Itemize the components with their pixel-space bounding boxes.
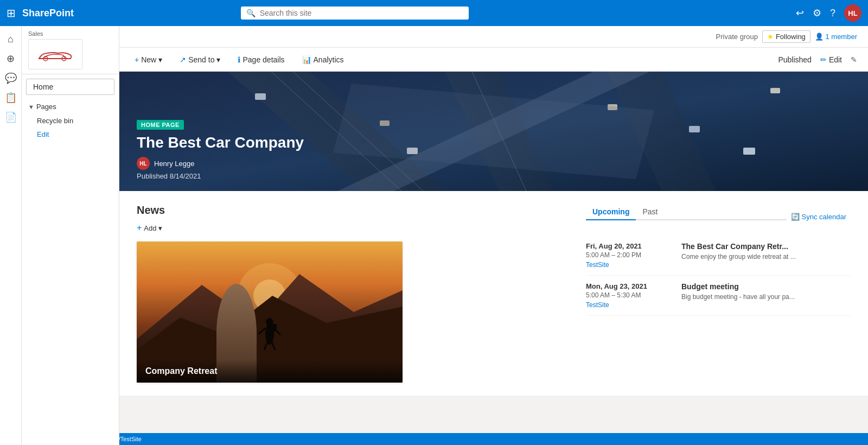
activity-nav-icon[interactable]: 💬 bbox=[2, 69, 20, 87]
pages-nav-icon[interactable]: 📄 bbox=[2, 109, 20, 126]
nav-recycle-bin[interactable]: Recycle bin bbox=[22, 114, 119, 128]
private-group-text: Private group bbox=[716, 33, 758, 41]
details-icon: ℹ bbox=[238, 55, 240, 64]
search-box: 🔍 bbox=[241, 7, 469, 20]
waffle-icon[interactable]: ⊞ bbox=[7, 7, 16, 20]
home-page-badge: HOME PAGE bbox=[137, 120, 184, 130]
analytics-button[interactable]: 📊 Analytics bbox=[298, 53, 348, 66]
event-site-link-1[interactable]: TestSite bbox=[586, 261, 673, 269]
top-right-icons: ↩ ⚙ ? HL bbox=[796, 4, 861, 22]
topbar: ⊞ SharePoint 🔍 ↩ ⚙ ? HL bbox=[0, 0, 868, 26]
left-nav: Sales Home ▼ Pages Recycle bin Edit bbox=[22, 26, 119, 445]
svg-rect-9 bbox=[255, 93, 266, 100]
help-icon[interactable]: ? bbox=[830, 8, 835, 19]
home-nav-icon[interactable]: ⌂ bbox=[2, 30, 20, 48]
user-avatar[interactable]: HL bbox=[844, 4, 861, 22]
event-date-col-1: Fri, Aug 20, 2021 5:00 AM – 2:00 PM Test… bbox=[586, 242, 673, 269]
nav-edit[interactable]: Edit bbox=[22, 128, 119, 141]
statusbar: https://citizenbuilders.sharepoint.com/s… bbox=[0, 433, 868, 445]
search-icon: 🔍 bbox=[246, 9, 256, 17]
send-to-button[interactable]: ↗ Send to ▾ bbox=[175, 53, 225, 66]
send-icon: ↗ bbox=[180, 55, 186, 64]
back-icon[interactable]: ↩ bbox=[796, 7, 804, 19]
main-content: Private group ★ Following 👤 1 member + N… bbox=[119, 26, 868, 445]
page-action-right: Published ✏ Edit ✎ bbox=[778, 53, 857, 66]
add-news-button[interactable]: + Add ▾ bbox=[137, 223, 569, 233]
edit-pencil-icon: ✏ bbox=[820, 55, 827, 64]
new-chevron-icon: ▾ bbox=[158, 55, 162, 64]
edit-button[interactable]: ✏ Edit bbox=[816, 53, 846, 66]
site-header-right: Private group ★ Following 👤 1 member bbox=[716, 30, 857, 43]
events-section: Upcoming Past 🔄 Sync calendar Fri, Aug 2… bbox=[569, 204, 851, 383]
event-title-1[interactable]: The Best Car Company Retr... bbox=[681, 242, 851, 251]
learn-nav-icon[interactable]: 📋 bbox=[2, 89, 20, 106]
event-time-1: 5:00 AM – 2:00 PM bbox=[586, 251, 673, 259]
event-item-1: Fri, Aug 20, 2021 5:00 AM – 2:00 PM Test… bbox=[586, 236, 851, 276]
brand-label: SharePoint bbox=[22, 8, 74, 19]
news-card-image: Company Retreat bbox=[137, 241, 403, 383]
author-name: Henry Legge bbox=[154, 160, 194, 168]
new-icon: + bbox=[135, 55, 139, 64]
star-icon: ★ bbox=[767, 33, 774, 41]
svg-rect-14 bbox=[770, 88, 780, 93]
following-label: Following bbox=[776, 33, 806, 41]
event-detail-col-2: Budget meeting Big budget meeting - have… bbox=[681, 282, 851, 309]
following-button[interactable]: ★ Following bbox=[762, 30, 810, 43]
add-plus-icon: + bbox=[137, 223, 142, 233]
svg-point-22 bbox=[266, 318, 273, 326]
event-site-link-2[interactable]: TestSite bbox=[586, 301, 673, 309]
page-details-button[interactable]: ℹ Page details bbox=[233, 53, 289, 66]
nav-pages-header[interactable]: ▼ Pages bbox=[22, 99, 119, 114]
event-title-2[interactable]: Budget meeting bbox=[681, 282, 851, 291]
settings-icon[interactable]: ⚙ bbox=[813, 7, 821, 19]
page-options-icon[interactable]: ✎ bbox=[851, 55, 857, 64]
site-name: Sales bbox=[28, 30, 43, 37]
news-section: News + Add ▾ bbox=[137, 204, 569, 383]
nav-home[interactable]: Home bbox=[26, 79, 114, 95]
event-date-1: Fri, Aug 20, 2021 bbox=[586, 242, 673, 250]
past-tab[interactable]: Past bbox=[636, 204, 664, 220]
event-time-2: 5:00 AM – 5:30 AM bbox=[586, 291, 673, 299]
site-logo bbox=[28, 39, 82, 69]
members-link[interactable]: 👤 1 member bbox=[815, 33, 857, 41]
sync-icon: 🔄 bbox=[791, 213, 800, 221]
page-action-bar: + New ▾ ↗ Send to ▾ ℹ Page details 📊 Ana… bbox=[119, 48, 868, 72]
pages-chevron-icon: ▼ bbox=[28, 104, 34, 110]
event-item-2: Mon, Aug 23, 2021 5:00 AM – 5:30 AM Test… bbox=[586, 276, 851, 316]
pages-label: Pages bbox=[36, 103, 56, 111]
event-date-col-2: Mon, Aug 23, 2021 5:00 AM – 5:30 AM Test… bbox=[586, 282, 673, 309]
content-area: News + Add ▾ bbox=[119, 191, 868, 396]
event-date-2: Mon, Aug 23, 2021 bbox=[586, 282, 673, 290]
site-logo-area: Sales bbox=[22, 26, 119, 74]
events-header: Upcoming Past 🔄 Sync calendar bbox=[586, 204, 851, 229]
news-card[interactable]: Company Retreat bbox=[137, 241, 403, 383]
hero-published-date: Published 8/14/2021 bbox=[137, 172, 851, 180]
add-chevron-icon: ▾ bbox=[158, 224, 162, 232]
hero-author: HL Henry Legge bbox=[137, 157, 851, 170]
left-icon-bar: ⌂ ⊕ 💬 📋 📄 bbox=[0, 26, 22, 445]
hero-section: HOME PAGE The Best Car Company HL Henry … bbox=[119, 72, 868, 191]
hero-overlay: HOME PAGE The Best Car Company HL Henry … bbox=[119, 109, 868, 191]
events-tabs: Upcoming Past bbox=[586, 204, 787, 220]
add-nav-icon[interactable]: ⊕ bbox=[2, 50, 20, 67]
site-header-bar: Private group ★ Following 👤 1 member bbox=[119, 26, 868, 48]
hero-title: The Best Car Company bbox=[137, 134, 851, 151]
sendto-chevron-icon: ▾ bbox=[216, 55, 220, 64]
upcoming-tab[interactable]: Upcoming bbox=[586, 204, 636, 220]
author-avatar: HL bbox=[137, 157, 150, 170]
news-card-title: Company Retreat bbox=[137, 360, 403, 383]
event-desc-2: Big budget meeting - have all your pa... bbox=[681, 293, 851, 301]
published-badge: Published bbox=[778, 55, 812, 64]
sync-calendar-button[interactable]: 🔄 Sync calendar bbox=[787, 211, 851, 223]
event-detail-col-1: The Best Car Company Retr... Come enjoy … bbox=[681, 242, 851, 269]
news-title: News bbox=[137, 204, 569, 217]
analytics-icon: 📊 bbox=[302, 55, 311, 64]
event-desc-1: Come enjoy the group wide retreat at ... bbox=[681, 253, 851, 260]
new-button[interactable]: + New ▾ bbox=[130, 53, 167, 66]
search-input[interactable] bbox=[260, 9, 463, 17]
